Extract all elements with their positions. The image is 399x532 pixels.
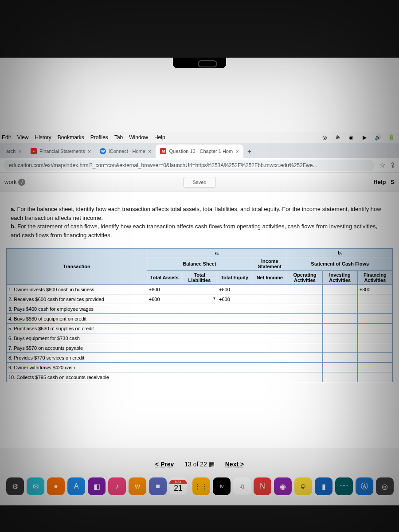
close-icon[interactable]: × — [235, 148, 239, 155]
next-button[interactable]: Next > — [225, 461, 244, 468]
inv-cell[interactable] — [322, 294, 357, 304]
fin-cell[interactable] — [357, 363, 392, 372]
close-icon[interactable]: × — [88, 148, 91, 155]
fin-cell[interactable]: +800 — [357, 285, 392, 294]
status-icon-3[interactable]: ◉ — [348, 134, 355, 141]
net-cell[interactable] — [252, 353, 287, 363]
dock-appstore2-icon[interactable]: Ⓐ — [356, 477, 373, 495]
tab-iconnect[interactable]: W iConnect - Home × — [95, 145, 156, 158]
equity-cell[interactable] — [217, 353, 252, 363]
assets-cell[interactable] — [147, 343, 182, 353]
liab-cell[interactable] — [182, 372, 217, 382]
liab-cell[interactable] — [182, 314, 217, 324]
op-cell[interactable] — [287, 343, 322, 353]
dock-app9-icon[interactable]: ◎ — [376, 477, 394, 495]
fin-cell[interactable] — [357, 314, 392, 324]
op-cell[interactable] — [287, 353, 322, 363]
menu-window[interactable]: Window — [129, 134, 148, 141]
work-label[interactable]: work i — [4, 179, 25, 186]
volume-icon[interactable]: 🔊 — [374, 134, 381, 141]
assets-cell[interactable] — [147, 324, 182, 333]
close-icon[interactable]: × — [18, 148, 22, 155]
dock-tv-icon[interactable]: tv — [213, 477, 231, 495]
op-cell[interactable] — [287, 333, 322, 343]
grid-icon[interactable]: ▦ — [209, 461, 215, 468]
liab-cell[interactable] — [182, 294, 217, 304]
fin-cell[interactable] — [357, 294, 392, 304]
liab-cell[interactable] — [182, 324, 217, 333]
liab-cell[interactable] — [182, 343, 217, 353]
dock-mail-icon[interactable]: ✉ — [27, 477, 44, 495]
play-icon[interactable]: ▶ — [361, 134, 368, 141]
menu-tab[interactable]: Tab — [114, 134, 123, 141]
close-icon[interactable]: × — [148, 148, 152, 155]
info-icon[interactable]: i — [18, 179, 25, 186]
net-cell[interactable] — [252, 333, 287, 343]
net-cell[interactable] — [252, 304, 287, 314]
status-icon-2[interactable]: ❋ — [334, 134, 341, 141]
status-icon-1[interactable]: ◎ — [321, 134, 328, 141]
assets-cell[interactable]: +800 — [147, 285, 182, 294]
assets-cell[interactable]: +600 — [147, 294, 182, 304]
equity-cell[interactable]: +600 — [217, 294, 252, 304]
liab-cell[interactable] — [182, 304, 217, 314]
dock-music-icon[interactable]: ♪ — [108, 477, 126, 495]
dock-music2-icon[interactable]: ♫ — [233, 477, 251, 495]
liab-cell[interactable] — [182, 363, 217, 372]
net-cell[interactable] — [252, 343, 287, 353]
net-cell[interactable] — [252, 363, 287, 372]
dock-app8-icon[interactable]: 〰 — [335, 477, 353, 495]
tab-search[interactable]: arch × — [2, 145, 26, 158]
equity-cell[interactable] — [217, 324, 252, 333]
inv-cell[interactable] — [322, 324, 357, 333]
inv-cell[interactable] — [322, 353, 357, 363]
dock-app4-icon[interactable]: ⋮⋮ — [192, 477, 210, 495]
equity-cell[interactable]: +800 — [217, 285, 252, 294]
dock-app2-icon[interactable]: ◧ — [88, 477, 106, 495]
equity-cell[interactable] — [217, 363, 252, 372]
dock-app5-icon[interactable]: N — [254, 477, 271, 495]
net-cell[interactable] — [252, 285, 287, 294]
menu-bookmarks[interactable]: Bookmarks — [58, 134, 84, 141]
inv-cell[interactable] — [322, 304, 357, 314]
menu-view[interactable]: View — [17, 134, 29, 141]
dock-appstore-icon[interactable]: A — [67, 477, 85, 495]
fin-cell[interactable] — [357, 324, 392, 333]
dock-podcast-icon[interactable]: ◉ — [274, 477, 292, 495]
inv-cell[interactable] — [322, 333, 357, 343]
inv-cell[interactable] — [322, 285, 357, 294]
menu-history[interactable]: History — [35, 134, 51, 141]
net-cell[interactable] — [252, 294, 287, 304]
assets-cell[interactable] — [147, 333, 182, 343]
battery-icon[interactable]: 🔋 — [387, 134, 395, 141]
dock-calendar-icon[interactable]: MAY 21 — [169, 477, 187, 495]
inv-cell[interactable] — [322, 372, 357, 382]
liab-cell[interactable] — [182, 285, 217, 294]
liab-cell[interactable] — [182, 353, 217, 363]
equity-cell[interactable] — [217, 372, 252, 382]
op-cell[interactable] — [287, 294, 322, 304]
help-button[interactable]: Help S — [373, 179, 395, 185]
equity-cell[interactable] — [217, 343, 252, 353]
bookmark-star-icon[interactable]: ☆ — [379, 161, 385, 169]
dock-app7-icon[interactable]: ▮ — [315, 477, 332, 495]
net-cell[interactable] — [252, 372, 287, 382]
assets-cell[interactable] — [147, 304, 182, 314]
dock-settings-icon[interactable]: ⚙ — [6, 477, 24, 495]
dock-app6-icon[interactable]: ☺ — [294, 477, 312, 495]
inv-cell[interactable] — [322, 363, 357, 372]
assets-cell[interactable] — [147, 314, 182, 324]
assets-cell[interactable] — [147, 353, 182, 363]
equity-cell[interactable] — [217, 314, 252, 324]
dock-app-icon[interactable]: ● — [47, 477, 65, 495]
op-cell[interactable] — [287, 363, 322, 372]
inv-cell[interactable] — [322, 314, 357, 324]
equity-cell[interactable] — [217, 333, 252, 343]
assets-cell[interactable] — [147, 372, 182, 382]
op-cell[interactable] — [287, 304, 322, 314]
fin-cell[interactable] — [357, 372, 392, 382]
op-cell[interactable] — [287, 285, 322, 294]
net-cell[interactable] — [252, 324, 287, 333]
dock-facetime-icon[interactable]: ■ — [149, 477, 167, 495]
menu-edit[interactable]: Edit — [2, 134, 11, 141]
